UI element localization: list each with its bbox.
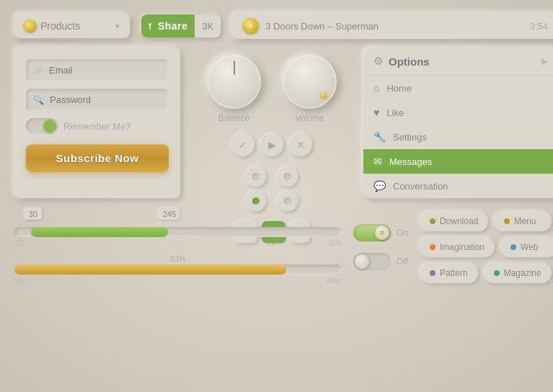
password-icon: 🔍 xyxy=(33,95,44,105)
range2-wrap: 83% Min Max xyxy=(14,254,342,285)
sliders-section: 30 245 10 500 83% Min Max xyxy=(14,210,342,285)
toggle-on-row: On xyxy=(353,224,408,241)
menu-item-settings-label: Settings xyxy=(393,132,427,143)
tag-imagination-label: Imagination xyxy=(440,242,485,252)
menu-header-left: ⚙ Options xyxy=(373,55,430,68)
volume-knob[interactable] xyxy=(283,55,337,109)
volume-label: Volume xyxy=(295,113,324,123)
menu-item-home-label: Home xyxy=(386,83,412,94)
subscribe-button[interactable]: Subscribe Now xyxy=(26,144,169,172)
menu-item-like-label: Like xyxy=(386,107,404,118)
toggle-on-label: On xyxy=(397,228,408,238)
close-button[interactable]: ✕ xyxy=(289,133,312,156)
tag-web-label: Web xyxy=(521,242,538,252)
tag-web[interactable]: Web xyxy=(500,237,553,257)
knobs-row: Balance Volume xyxy=(207,55,337,123)
menu-header: ⚙ Options ▶ xyxy=(363,48,553,76)
share-count: 3K xyxy=(195,15,221,37)
email-input[interactable] xyxy=(49,65,162,76)
pause-button[interactable]: ⏸ xyxy=(242,18,258,34)
products-icon xyxy=(23,19,36,32)
range1-max: 500 xyxy=(329,239,342,247)
tag-dot-6 xyxy=(494,270,500,276)
login-form: ✉ 🔍 Remember Me? Subscribe Now xyxy=(14,48,180,198)
radio-1[interactable] xyxy=(246,166,266,187)
tag-pattern[interactable]: Pattern xyxy=(420,263,478,283)
range1-wrap: 30 245 10 500 xyxy=(14,210,342,247)
menu-title: Options xyxy=(389,55,430,68)
balance-knob-wrap: Balance xyxy=(207,55,261,123)
range1-track[interactable] xyxy=(14,227,342,237)
tag-magazine-label: Magazine xyxy=(504,268,541,278)
range2-min: Min xyxy=(14,276,27,285)
music-artist: 3 Doors Down xyxy=(265,21,324,32)
toggle-off-knob xyxy=(355,254,369,269)
radio-3[interactable] xyxy=(278,166,298,187)
knob-dot xyxy=(321,93,327,99)
radio-inner-2 xyxy=(252,197,260,205)
tag-dot-5 xyxy=(430,270,435,276)
play-button[interactable]: ▶ xyxy=(260,133,283,156)
tags-section: Download Menu Imagination Web xyxy=(420,211,553,283)
toggles-section: On Off xyxy=(353,224,408,270)
tags-row-2: Imagination Web xyxy=(420,237,553,257)
options-gear-icon: ⚙ xyxy=(373,55,383,68)
range1-bubble2: 245 xyxy=(159,208,180,220)
toggle-on[interactable] xyxy=(353,224,391,241)
balance-knob[interactable] xyxy=(207,55,261,109)
tag-pattern-label: Pattern xyxy=(440,268,468,278)
tag-download[interactable]: Download xyxy=(420,211,488,231)
tags-row-1: Download Menu xyxy=(420,211,553,231)
range2-ends: Min Max xyxy=(14,276,342,285)
tag-dot-4 xyxy=(510,244,516,250)
email-field[interactable]: ✉ xyxy=(26,59,169,81)
menu-item-conversation[interactable]: 💬 Conversation xyxy=(363,174,553,198)
music-song: Superman xyxy=(335,21,379,32)
tag-magazine[interactable]: Magazine xyxy=(484,263,552,283)
range1-min: 10 xyxy=(14,239,23,247)
share-button[interactable]: f Share 3K xyxy=(141,14,221,37)
range2-track[interactable] xyxy=(14,264,342,275)
menu-item-conversation-label: Conversation xyxy=(393,181,448,192)
tag-menu-label: Menu xyxy=(514,216,536,226)
home-icon: ⌂ xyxy=(373,82,379,94)
share-label: Share xyxy=(158,20,187,32)
like-icon: ♥ xyxy=(373,107,379,118)
products-dropdown[interactable]: Products ▼ xyxy=(14,14,130,38)
toggle-off[interactable] xyxy=(353,253,391,270)
password-input[interactable] xyxy=(50,94,162,105)
toggle-off-row: Off xyxy=(353,253,408,270)
top-row: Products ▼ f Share 3K ⏸ 3 Doors Down – S… xyxy=(14,13,553,39)
tag-menu[interactable]: Menu xyxy=(494,211,552,231)
tag-download-label: Download xyxy=(440,216,478,226)
tags-row-3: Pattern Magazine xyxy=(420,263,553,283)
music-info: 3 Doors Down – Superman xyxy=(265,21,522,32)
range2-fill xyxy=(14,264,286,275)
range2-max: Max xyxy=(327,276,342,285)
menu-item-settings[interactable]: 🔧 Settings xyxy=(363,125,553,149)
range1-ends: 10 500 xyxy=(14,239,342,247)
check-button[interactable]: ✓ xyxy=(231,133,255,156)
menu-item-home[interactable]: ⌂ Home xyxy=(363,76,553,100)
remember-toggle[interactable] xyxy=(26,118,58,134)
volume-knob-wrap: Volume xyxy=(283,55,337,123)
password-field[interactable]: 🔍 xyxy=(26,89,169,111)
remember-label: Remember Me? xyxy=(63,121,130,132)
share-f-label: f Share xyxy=(141,14,195,37)
menu-item-messages[interactable]: ✉ Messages xyxy=(363,149,553,174)
toggle-off-label: Off xyxy=(397,257,408,267)
balance-label: Balance xyxy=(218,113,249,123)
tag-dot-2 xyxy=(504,218,510,224)
tag-imagination[interactable]: Imagination xyxy=(420,237,495,257)
range1-bubble1: 30 xyxy=(25,208,42,220)
menu-item-like[interactable]: ♥ Like xyxy=(363,100,553,125)
menu-panel: ⚙ Options ▶ ⌂ Home ♥ Like 🔧 Settings ✉ M… xyxy=(363,48,553,198)
messages-icon: ✉ xyxy=(373,156,382,167)
radio-inner-3 xyxy=(284,173,291,180)
toggle-on-knob xyxy=(375,226,389,240)
radio-inner-4 xyxy=(284,197,291,205)
radio-pair-right xyxy=(278,166,298,211)
music-separator: – xyxy=(327,21,335,32)
radio-row xyxy=(246,166,298,211)
range2-pct: 83% xyxy=(14,254,342,263)
